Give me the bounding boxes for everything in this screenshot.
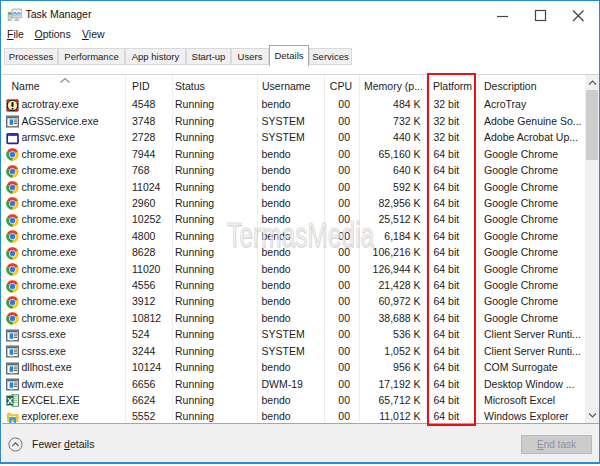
svg-text:X: X — [7, 396, 13, 406]
